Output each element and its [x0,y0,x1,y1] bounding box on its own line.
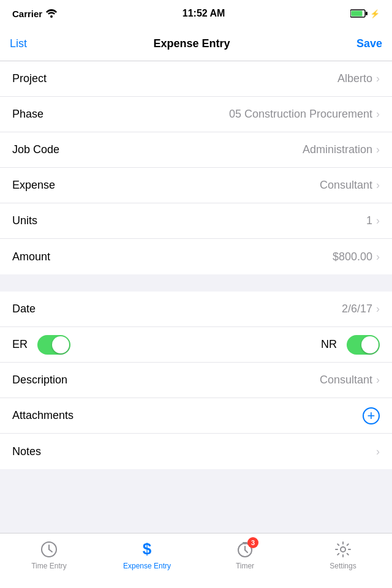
status-bar: Carrier 11:52 AM ⚡ [0,0,392,27]
form-group-1: Project Alberto › Phase 05 Construction … [0,61,392,274]
list-button[interactable]: List [10,37,27,50]
value-phase: 05 Construction Procurement [229,108,372,121]
value-units: 1 [366,214,372,227]
er-toggle[interactable] [37,335,70,355]
chevron-phase: › [376,108,380,121]
form-group-2: Date 2/6/17 › ER NR Description [0,292,392,469]
value-amount: $800.00 [333,251,372,263]
group-gap-1 [0,274,392,292]
chevron-units: › [376,214,380,227]
tab-label-expense-entry: Expense Entry [123,562,171,570]
row-description[interactable]: Description Consultant › [0,363,392,398]
chevron-project: › [376,72,380,85]
row-toggles: ER NR [0,327,392,363]
svg-rect-3 [366,12,368,15]
label-expense: Expense [12,179,55,192]
label-phase: Phase [12,108,43,121]
chevron-jobcode: › [376,143,380,156]
label-attachments: Attachments [12,409,74,422]
label-units: Units [12,214,37,227]
er-toggle-item: ER [12,335,321,355]
value-wrap-date: 2/6/17 › [342,303,380,315]
label-notes: Notes [12,445,41,458]
save-button[interactable]: Save [356,37,382,50]
battery-bolt: ⚡ [370,9,380,18]
svg-line-10 [245,550,247,552]
nr-toggle-thumb [361,336,379,353]
chevron-notes: › [376,445,380,458]
tab-label-timer: Timer [236,562,254,570]
nr-label: NR [321,338,337,351]
tab-timer[interactable]: 3 Timer [196,540,294,570]
row-jobcode[interactable]: Job Code Administration › [0,132,392,168]
svg-line-6 [49,549,52,552]
svg-point-13 [341,547,345,552]
content-area: Project Alberto › Phase 05 Construction … [0,61,392,533]
settings-icon [333,540,353,559]
row-attachments[interactable]: Attachments + [0,398,392,434]
value-wrap-attachments: + [363,407,380,424]
chevron-expense: › [376,179,380,192]
value-date: 2/6/17 [342,303,372,315]
value-wrap-description: Consultant › [320,374,380,386]
value-expense: Consultant [320,179,372,192]
nr-toggle-item: NR [321,335,380,355]
status-bar-time: 11:52 AM [183,8,225,19]
label-project: Project [12,72,47,85]
carrier-label: Carrier [12,9,42,19]
value-description: Consultant [320,374,372,386]
tab-expense-entry[interactable]: $ Expense Entry [98,540,196,570]
svg-rect-2 [351,11,362,17]
er-label: ER [12,338,28,351]
er-toggle-thumb [52,336,69,353]
label-jobcode: Job Code [12,143,59,156]
value-jobcode: Administration [303,143,372,156]
time-entry-icon [39,540,59,559]
tab-time-entry[interactable]: Time Entry [0,540,98,570]
battery-icon [350,9,368,18]
row-expense[interactable]: Expense Consultant › [0,168,392,203]
status-bar-right: ⚡ [350,9,380,18]
timer-badge: 3 [247,537,258,548]
expense-entry-icon: $ [137,540,157,559]
row-notes[interactable]: Notes › [0,434,392,469]
svg-text:$: $ [143,540,152,558]
value-wrap-amount: $800.00 › [333,251,380,263]
status-bar-left: Carrier [12,9,57,19]
row-phase[interactable]: Phase 05 Construction Procurement › [0,97,392,132]
chevron-date: › [376,303,380,315]
tab-bar: Time Entry $ Expense Entry 3 Timer [0,533,392,588]
value-wrap-notes: › [376,445,380,458]
chevron-amount: › [376,251,380,263]
tab-label-settings: Settings [330,562,356,570]
chevron-description: › [376,374,380,386]
value-wrap-units: 1 › [366,214,380,227]
nav-bar: List Expense Entry Save [0,27,392,61]
nav-title: Expense Entry [153,37,230,50]
nr-toggle[interactable] [347,335,380,355]
add-attachment-button[interactable]: + [363,407,380,424]
wifi-icon [46,9,57,18]
label-description: Description [12,374,67,386]
tab-settings[interactable]: Settings [294,540,392,570]
label-amount: Amount [12,251,50,263]
label-date: Date [12,303,36,315]
value-wrap-expense: Consultant › [320,179,380,192]
value-wrap-project: Alberto › [337,72,380,85]
tab-label-time-entry: Time Entry [31,562,67,570]
row-date[interactable]: Date 2/6/17 › [0,292,392,327]
timer-icon: 3 [235,540,255,559]
value-wrap-jobcode: Administration › [303,143,380,156]
bottom-gap [0,469,392,494]
value-wrap-phase: 05 Construction Procurement › [229,108,380,121]
svg-point-0 [50,15,53,18]
row-units[interactable]: Units 1 › [0,203,392,239]
value-project: Alberto [337,72,372,85]
row-amount[interactable]: Amount $800.00 › [0,239,392,274]
row-project[interactable]: Project Alberto › [0,61,392,97]
